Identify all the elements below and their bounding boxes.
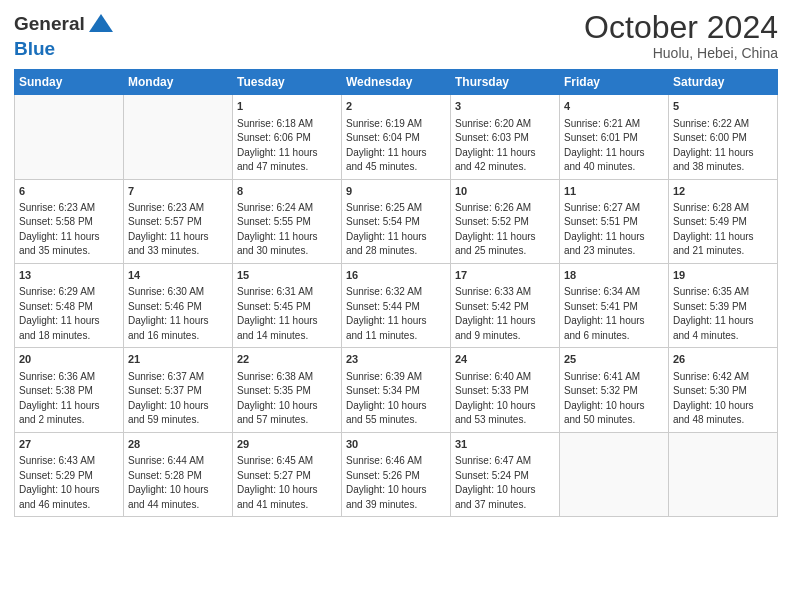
day-info: Sunrise: 6:25 AM Sunset: 5:54 PM Dayligh…: [346, 201, 446, 259]
day-number: 5: [673, 99, 773, 114]
calendar-cell: 1Sunrise: 6:18 AM Sunset: 6:06 PM Daylig…: [233, 95, 342, 179]
calendar-cell: [15, 95, 124, 179]
day-info: Sunrise: 6:47 AM Sunset: 5:24 PM Dayligh…: [455, 454, 555, 512]
calendar-cell: 31Sunrise: 6:47 AM Sunset: 5:24 PM Dayli…: [451, 432, 560, 516]
calendar-week-1: 1Sunrise: 6:18 AM Sunset: 6:06 PM Daylig…: [15, 95, 778, 179]
col-tuesday: Tuesday: [233, 70, 342, 95]
calendar-cell: 12Sunrise: 6:28 AM Sunset: 5:49 PM Dayli…: [669, 179, 778, 263]
calendar-cell: 26Sunrise: 6:42 AM Sunset: 5:30 PM Dayli…: [669, 348, 778, 432]
day-number: 18: [564, 268, 664, 283]
day-number: 21: [128, 352, 228, 367]
calendar-cell: 19Sunrise: 6:35 AM Sunset: 5:39 PM Dayli…: [669, 263, 778, 347]
calendar-cell: 15Sunrise: 6:31 AM Sunset: 5:45 PM Dayli…: [233, 263, 342, 347]
day-info: Sunrise: 6:33 AM Sunset: 5:42 PM Dayligh…: [455, 285, 555, 343]
location: Huolu, Hebei, China: [584, 45, 778, 61]
calendar-cell: 22Sunrise: 6:38 AM Sunset: 5:35 PM Dayli…: [233, 348, 342, 432]
calendar-cell: 25Sunrise: 6:41 AM Sunset: 5:32 PM Dayli…: [560, 348, 669, 432]
day-number: 31: [455, 437, 555, 452]
calendar-cell: 5Sunrise: 6:22 AM Sunset: 6:00 PM Daylig…: [669, 95, 778, 179]
calendar-cell: 20Sunrise: 6:36 AM Sunset: 5:38 PM Dayli…: [15, 348, 124, 432]
calendar-week-5: 27Sunrise: 6:43 AM Sunset: 5:29 PM Dayli…: [15, 432, 778, 516]
day-number: 7: [128, 184, 228, 199]
day-number: 3: [455, 99, 555, 114]
col-sunday: Sunday: [15, 70, 124, 95]
calendar-cell: [124, 95, 233, 179]
calendar-week-2: 6Sunrise: 6:23 AM Sunset: 5:58 PM Daylig…: [15, 179, 778, 263]
svg-marker-0: [89, 14, 113, 32]
day-number: 8: [237, 184, 337, 199]
day-info: Sunrise: 6:19 AM Sunset: 6:04 PM Dayligh…: [346, 117, 446, 175]
day-number: 28: [128, 437, 228, 452]
day-number: 27: [19, 437, 119, 452]
day-info: Sunrise: 6:30 AM Sunset: 5:46 PM Dayligh…: [128, 285, 228, 343]
day-info: Sunrise: 6:29 AM Sunset: 5:48 PM Dayligh…: [19, 285, 119, 343]
day-number: 1: [237, 99, 337, 114]
day-info: Sunrise: 6:32 AM Sunset: 5:44 PM Dayligh…: [346, 285, 446, 343]
title-block: October 2024 Huolu, Hebei, China: [584, 10, 778, 61]
day-number: 20: [19, 352, 119, 367]
col-wednesday: Wednesday: [342, 70, 451, 95]
calendar-cell: 23Sunrise: 6:39 AM Sunset: 5:34 PM Dayli…: [342, 348, 451, 432]
day-info: Sunrise: 6:27 AM Sunset: 5:51 PM Dayligh…: [564, 201, 664, 259]
day-info: Sunrise: 6:31 AM Sunset: 5:45 PM Dayligh…: [237, 285, 337, 343]
day-number: 24: [455, 352, 555, 367]
calendar-cell: 10Sunrise: 6:26 AM Sunset: 5:52 PM Dayli…: [451, 179, 560, 263]
day-number: 2: [346, 99, 446, 114]
day-info: Sunrise: 6:18 AM Sunset: 6:06 PM Dayligh…: [237, 117, 337, 175]
calendar-cell: 6Sunrise: 6:23 AM Sunset: 5:58 PM Daylig…: [15, 179, 124, 263]
day-number: 11: [564, 184, 664, 199]
day-info: Sunrise: 6:24 AM Sunset: 5:55 PM Dayligh…: [237, 201, 337, 259]
calendar-table: Sunday Monday Tuesday Wednesday Thursday…: [14, 69, 778, 517]
col-friday: Friday: [560, 70, 669, 95]
day-info: Sunrise: 6:39 AM Sunset: 5:34 PM Dayligh…: [346, 370, 446, 428]
day-number: 30: [346, 437, 446, 452]
day-number: 16: [346, 268, 446, 283]
day-number: 4: [564, 99, 664, 114]
calendar-week-3: 13Sunrise: 6:29 AM Sunset: 5:48 PM Dayli…: [15, 263, 778, 347]
day-info: Sunrise: 6:44 AM Sunset: 5:28 PM Dayligh…: [128, 454, 228, 512]
calendar-cell: 28Sunrise: 6:44 AM Sunset: 5:28 PM Dayli…: [124, 432, 233, 516]
day-info: Sunrise: 6:43 AM Sunset: 5:29 PM Dayligh…: [19, 454, 119, 512]
logo-icon: [87, 10, 115, 38]
day-info: Sunrise: 6:28 AM Sunset: 5:49 PM Dayligh…: [673, 201, 773, 259]
calendar-cell: [560, 432, 669, 516]
day-info: Sunrise: 6:23 AM Sunset: 5:57 PM Dayligh…: [128, 201, 228, 259]
col-saturday: Saturday: [669, 70, 778, 95]
col-monday: Monday: [124, 70, 233, 95]
calendar-cell: 24Sunrise: 6:40 AM Sunset: 5:33 PM Dayli…: [451, 348, 560, 432]
calendar-cell: 14Sunrise: 6:30 AM Sunset: 5:46 PM Dayli…: [124, 263, 233, 347]
day-number: 12: [673, 184, 773, 199]
day-number: 10: [455, 184, 555, 199]
calendar-cell: 4Sunrise: 6:21 AM Sunset: 6:01 PM Daylig…: [560, 95, 669, 179]
calendar-week-4: 20Sunrise: 6:36 AM Sunset: 5:38 PM Dayli…: [15, 348, 778, 432]
col-thursday: Thursday: [451, 70, 560, 95]
day-info: Sunrise: 6:40 AM Sunset: 5:33 PM Dayligh…: [455, 370, 555, 428]
header-row: Sunday Monday Tuesday Wednesday Thursday…: [15, 70, 778, 95]
calendar-cell: 18Sunrise: 6:34 AM Sunset: 5:41 PM Dayli…: [560, 263, 669, 347]
day-info: Sunrise: 6:37 AM Sunset: 5:37 PM Dayligh…: [128, 370, 228, 428]
calendar-cell: 2Sunrise: 6:19 AM Sunset: 6:04 PM Daylig…: [342, 95, 451, 179]
day-info: Sunrise: 6:21 AM Sunset: 6:01 PM Dayligh…: [564, 117, 664, 175]
calendar-cell: 30Sunrise: 6:46 AM Sunset: 5:26 PM Dayli…: [342, 432, 451, 516]
day-info: Sunrise: 6:41 AM Sunset: 5:32 PM Dayligh…: [564, 370, 664, 428]
day-number: 25: [564, 352, 664, 367]
calendar-cell: [669, 432, 778, 516]
day-number: 17: [455, 268, 555, 283]
day-number: 19: [673, 268, 773, 283]
day-number: 14: [128, 268, 228, 283]
header: General Blue October 2024 Huolu, Hebei, …: [14, 10, 778, 61]
day-number: 22: [237, 352, 337, 367]
day-info: Sunrise: 6:35 AM Sunset: 5:39 PM Dayligh…: [673, 285, 773, 343]
day-info: Sunrise: 6:23 AM Sunset: 5:58 PM Dayligh…: [19, 201, 119, 259]
day-info: Sunrise: 6:36 AM Sunset: 5:38 PM Dayligh…: [19, 370, 119, 428]
day-info: Sunrise: 6:42 AM Sunset: 5:30 PM Dayligh…: [673, 370, 773, 428]
calendar-cell: 8Sunrise: 6:24 AM Sunset: 5:55 PM Daylig…: [233, 179, 342, 263]
calendar-cell: 27Sunrise: 6:43 AM Sunset: 5:29 PM Dayli…: [15, 432, 124, 516]
day-number: 26: [673, 352, 773, 367]
day-info: Sunrise: 6:38 AM Sunset: 5:35 PM Dayligh…: [237, 370, 337, 428]
day-info: Sunrise: 6:45 AM Sunset: 5:27 PM Dayligh…: [237, 454, 337, 512]
logo-general-text: General: [14, 13, 85, 35]
day-number: 6: [19, 184, 119, 199]
calendar-cell: 13Sunrise: 6:29 AM Sunset: 5:48 PM Dayli…: [15, 263, 124, 347]
calendar-cell: 11Sunrise: 6:27 AM Sunset: 5:51 PM Dayli…: [560, 179, 669, 263]
